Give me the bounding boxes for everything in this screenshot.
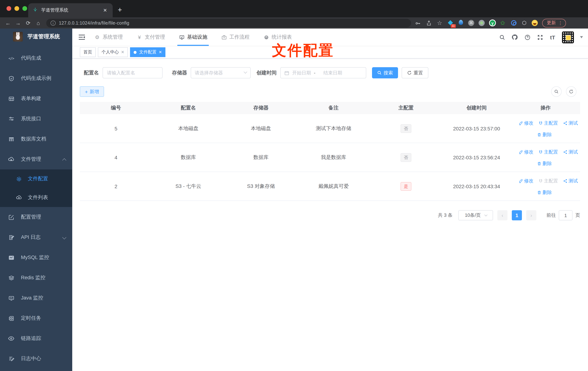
page-number-button[interactable]: 1 bbox=[512, 210, 522, 220]
sidebar-item-mysql-monitor[interactable]: MySQL 监控 bbox=[0, 247, 72, 268]
site-info-icon[interactable]: i bbox=[51, 21, 56, 25]
extension-star-icon[interactable]: ✩ bbox=[500, 20, 506, 26]
extension-y-icon[interactable]: y bbox=[489, 20, 496, 26]
sidebar-item-code-gen[interactable]: </> 代码生成 bbox=[0, 48, 72, 68]
avatar[interactable] bbox=[562, 31, 574, 43]
next-page-button[interactable]: › bbox=[526, 210, 536, 220]
close-window-button[interactable] bbox=[7, 6, 11, 11]
extensions-puzzle-icon[interactable]: ⬡ bbox=[521, 20, 527, 26]
profile-emoji-icon[interactable] bbox=[532, 20, 538, 26]
sidebar-item-tracing[interactable]: 链路追踪 bbox=[0, 328, 72, 349]
home-button[interactable]: ⌂ bbox=[33, 20, 43, 26]
create-time-label: 创建时间 bbox=[256, 70, 277, 76]
browser-tab[interactable]: 芋道管理系统 ✕ bbox=[28, 3, 113, 17]
sidebar-item-api-log[interactable]: API 日志 bbox=[0, 227, 72, 247]
sidebar-collapse-icon[interactable] bbox=[79, 35, 85, 40]
test-button[interactable]: 测试 bbox=[563, 149, 578, 155]
app-logo-row[interactable]: 芋道管理系统 bbox=[0, 29, 72, 44]
forward-button[interactable]: → bbox=[13, 20, 23, 26]
tag-profile[interactable]: 个人中心✕ bbox=[98, 47, 128, 57]
minimize-window-button[interactable] bbox=[14, 6, 19, 11]
sidebar-item-config-mgmt[interactable]: 配置管理 bbox=[0, 207, 72, 227]
tag-close-icon[interactable]: ✕ bbox=[121, 50, 124, 54]
sidebar-item-form-builder[interactable]: 表单构建 bbox=[0, 88, 72, 109]
goto-page-input[interactable] bbox=[559, 210, 572, 220]
update-label: 更新 bbox=[547, 20, 556, 26]
fullscreen-icon[interactable] bbox=[537, 34, 543, 41]
sidebar-item-file-list[interactable]: 文件列表 bbox=[0, 188, 72, 207]
search-icon[interactable] bbox=[499, 34, 505, 41]
sidebar-item-file-config[interactable]: 文件配置 bbox=[0, 170, 72, 188]
screen: 芋道管理系统 ✕ + ← → ⟳ ⌂ i 127.0.0.1:1024/infr… bbox=[0, 0, 588, 371]
delete-button[interactable]: 删除 bbox=[537, 160, 552, 167]
extension-dot-icon[interactable] bbox=[479, 20, 485, 26]
share-icon[interactable] bbox=[425, 20, 432, 26]
tag-home[interactable]: 首页 bbox=[80, 47, 96, 57]
edit-icon bbox=[519, 179, 523, 183]
menu-infrastructure[interactable]: 基础设施 bbox=[179, 29, 207, 46]
new-tab-button[interactable]: + bbox=[118, 6, 122, 14]
sidebar-item-system-api[interactable]: 系统接口 bbox=[0, 109, 72, 129]
window-controls[interactable] bbox=[7, 6, 27, 11]
refresh-table-icon[interactable] bbox=[566, 86, 577, 97]
sidebar-item-redis-monitor[interactable]: Redis 监控 bbox=[0, 268, 72, 288]
test-button[interactable]: 测试 bbox=[563, 178, 578, 184]
browser-menu-icon[interactable]: ⋮ bbox=[558, 20, 563, 26]
zoom-window-button[interactable] bbox=[22, 6, 27, 11]
config-name-input[interactable] bbox=[103, 67, 163, 78]
password-key-icon[interactable] bbox=[415, 20, 421, 26]
test-button[interactable]: 测试 bbox=[563, 120, 578, 126]
tag-file-config[interactable]: 文件配置✕ bbox=[130, 47, 165, 57]
cell-id: 4 bbox=[80, 154, 152, 160]
sidebar: 芋道管理系统 </> 代码生成 代码生成示例 表单构建 系统接口 bbox=[0, 29, 72, 371]
prev-page-button[interactable]: ‹ bbox=[497, 210, 507, 220]
reset-button[interactable]: 重置 bbox=[402, 67, 428, 78]
sidebar-item-log-center[interactable]: 日志中心 bbox=[0, 349, 72, 369]
favicon-leaf-icon bbox=[32, 8, 38, 13]
master-config-button[interactable]: 主配置 bbox=[538, 149, 558, 155]
menu-payment-mgmt[interactable]: ¥ 支付管理 bbox=[136, 29, 165, 46]
reload-button[interactable]: ⟳ bbox=[23, 20, 33, 26]
extension-command-icon[interactable]: ⌘ bbox=[468, 20, 474, 26]
tab-close-icon[interactable]: ✕ bbox=[102, 7, 108, 13]
cell-name: 数据库 bbox=[152, 154, 225, 160]
extension-diamond-icon[interactable]: 11 bbox=[447, 20, 453, 26]
delete-button[interactable]: 删除 bbox=[537, 131, 552, 138]
storage-label: 存储器 bbox=[172, 70, 187, 76]
sidebar-item-java-monitor[interactable]: Java 监控 bbox=[0, 288, 72, 308]
cloud-upload-icon bbox=[16, 194, 22, 201]
page-size-select[interactable]: 10条/页 bbox=[458, 210, 493, 220]
eye-icon bbox=[8, 335, 14, 342]
extension-balloon-icon[interactable] bbox=[458, 20, 464, 26]
search-button[interactable]: 搜索 bbox=[372, 67, 398, 78]
menu-system-mgmt[interactable]: ⚙ 系统管理 bbox=[94, 29, 123, 46]
modify-button[interactable]: 修改 bbox=[519, 120, 534, 126]
extension-eye-icon[interactable] bbox=[511, 20, 517, 26]
avatar-caret-icon[interactable] bbox=[580, 36, 583, 38]
show-search-toggle-icon[interactable] bbox=[551, 86, 562, 97]
master-config-button[interactable]: 主配置 bbox=[538, 120, 558, 126]
tag-close-icon[interactable]: ✕ bbox=[158, 50, 162, 54]
bookmark-star-icon[interactable]: ☆ bbox=[436, 20, 443, 26]
file-mgmt-submenu: 文件配置 文件列表 bbox=[0, 170, 72, 207]
sidebar-item-file-mgmt[interactable]: 文件管理 bbox=[0, 149, 72, 170]
delete-button[interactable]: 删除 bbox=[537, 189, 552, 196]
help-icon[interactable] bbox=[524, 34, 531, 41]
master-config-button[interactable]: 主配置 bbox=[538, 178, 558, 184]
address-bar[interactable]: i 127.0.0.1:1024/infra/file/file-config bbox=[46, 19, 411, 27]
modify-button[interactable]: 修改 bbox=[519, 149, 534, 155]
browser-update-button[interactable]: 更新 ⋮ bbox=[542, 19, 566, 27]
share-icon bbox=[563, 179, 567, 183]
font-size-icon[interactable]: tT bbox=[549, 34, 556, 41]
date-range-picker[interactable]: 开始日期 - 结束日期 bbox=[280, 67, 366, 78]
modify-button[interactable]: 修改 bbox=[519, 178, 534, 184]
back-button[interactable]: ← bbox=[3, 20, 13, 26]
sidebar-item-scheduled-jobs[interactable]: 定时任务 bbox=[0, 308, 72, 328]
sidebar-item-db-doc[interactable]: 数据库文档 bbox=[0, 129, 72, 149]
storage-select[interactable]: 请选择存储器 bbox=[191, 67, 251, 78]
github-icon[interactable] bbox=[511, 34, 518, 41]
sidebar-item-code-example[interactable]: 代码生成示例 bbox=[0, 68, 72, 88]
menu-workflow[interactable]: 工作流程 bbox=[221, 29, 250, 46]
chevron-up-icon bbox=[62, 158, 66, 162]
add-button[interactable]: + 新增 bbox=[80, 86, 104, 97]
